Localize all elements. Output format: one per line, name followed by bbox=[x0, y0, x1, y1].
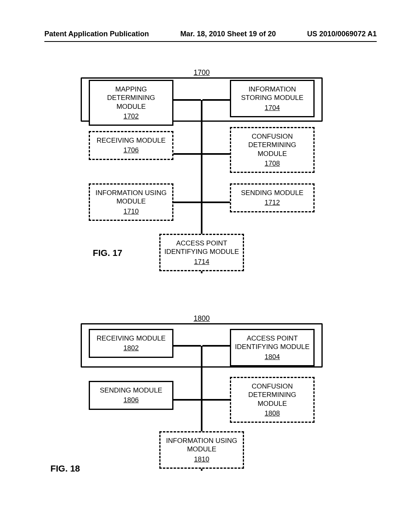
conn-1712 bbox=[202, 202, 230, 203]
module-ref: 1706 bbox=[123, 146, 139, 154]
module-receiving-17: RECEIVING MODULE 1706 bbox=[89, 131, 173, 160]
conn-1704 bbox=[202, 99, 230, 101]
conn-1702 bbox=[173, 99, 201, 101]
module-access-point-identifying-17: ACCESS POINT IDENTIFYING MODULE 1714 bbox=[159, 234, 244, 271]
module-title: SENDING MODULE bbox=[100, 387, 163, 394]
module-ref: 1712 bbox=[265, 198, 280, 207]
conn-1710 bbox=[173, 202, 201, 203]
module-title: ACCESS POINT IDENTIFYING MODULE bbox=[235, 335, 309, 351]
module-sending-17: SENDING MODULE 1712 bbox=[230, 183, 315, 212]
module-title: SENDING MODULE bbox=[241, 189, 304, 197]
header-left: Patent Application Publication bbox=[44, 30, 149, 38]
conn-1808 bbox=[202, 399, 230, 401]
module-ref: 1806 bbox=[123, 396, 139, 404]
conn-1708 bbox=[202, 153, 230, 155]
module-information-using-18: INFORMATION USING MODULE 1810 bbox=[159, 431, 244, 469]
header-divider bbox=[44, 41, 377, 42]
module-title: RECEIVING MODULE bbox=[97, 137, 166, 144]
module-information-storing: INFORMATION STORING MODULE 1704 bbox=[230, 80, 315, 117]
module-title: CONFUSION DETERMINING MODULE bbox=[248, 133, 296, 158]
conn-1804 bbox=[202, 345, 230, 347]
module-information-using-17: INFORMATION USING MODULE 1710 bbox=[89, 183, 173, 221]
module-title: INFORMATION USING MODULE bbox=[96, 189, 167, 205]
page: Patent Application Publication Mar. 18, … bbox=[0, 0, 413, 532]
module-confusion-determining-17: CONFUSION DETERMINING MODULE 1708 bbox=[230, 127, 315, 173]
module-sending-18: SENDING MODULE 1806 bbox=[89, 381, 173, 410]
module-ref: 1702 bbox=[123, 112, 139, 121]
figure-18: 1800 RECEIVING MODULE 1802 ACCESS POINT … bbox=[81, 314, 323, 488]
module-ref: 1804 bbox=[265, 353, 280, 361]
module-ref: 1714 bbox=[194, 258, 209, 266]
fig18-number: 1800 bbox=[194, 314, 210, 323]
module-ref: 1808 bbox=[265, 409, 280, 418]
module-access-point-identifying-18: ACCESS POINT IDENTIFYING MODULE 1804 bbox=[230, 329, 315, 366]
module-ref: 1710 bbox=[123, 207, 139, 216]
module-title: CONFUSION DETERMINING MODULE bbox=[248, 382, 296, 407]
conn-1706 bbox=[173, 153, 201, 155]
fig17-label: FIG. 17 bbox=[93, 248, 122, 258]
header-right: US 2010/0069072 A1 bbox=[307, 30, 377, 38]
module-ref: 1802 bbox=[123, 344, 139, 352]
module-receiving-18: RECEIVING MODULE 1802 bbox=[89, 329, 173, 358]
module-title: RECEIVING MODULE bbox=[97, 335, 166, 342]
module-title: INFORMATION STORING MODULE bbox=[241, 85, 304, 102]
fig17-number: 1700 bbox=[194, 69, 210, 77]
conn-1806 bbox=[173, 399, 201, 401]
module-title: MAPPING DETERMINING MODULE bbox=[107, 85, 155, 110]
header-center: Mar. 18, 2010 Sheet 19 of 20 bbox=[180, 30, 276, 38]
module-title: ACCESS POINT IDENTIFYING MODULE bbox=[164, 239, 239, 256]
module-mapping-determining: MAPPING DETERMINING MODULE 1702 bbox=[89, 80, 173, 126]
module-ref: 1810 bbox=[194, 455, 209, 463]
module-ref: 1704 bbox=[265, 104, 280, 112]
conn-1802 bbox=[173, 345, 201, 347]
module-confusion-determining-18: CONFUSION DETERMINING MODULE 1808 bbox=[230, 377, 315, 423]
module-title: INFORMATION USING MODULE bbox=[166, 437, 237, 453]
fig18-label: FIG. 18 bbox=[50, 463, 80, 474]
page-header: Patent Application Publication Mar. 18, … bbox=[44, 30, 377, 38]
module-ref: 1708 bbox=[265, 159, 280, 168]
